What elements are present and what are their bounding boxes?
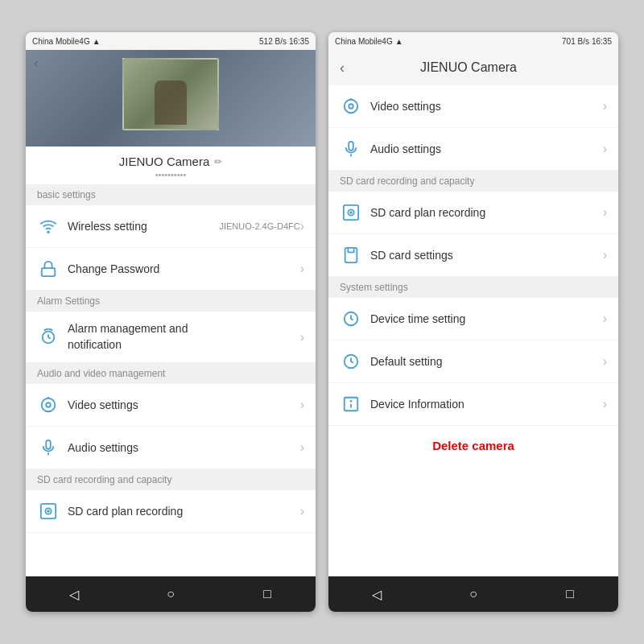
- time-icon: [340, 308, 362, 330]
- section-sd-left: SD card recording and capacity: [26, 469, 316, 490]
- signal-icon: ▲: [93, 37, 101, 46]
- info-icon: [340, 393, 362, 415]
- carrier-right: China Mobile4G: [335, 37, 393, 46]
- section-sd-right: SD card recording and capacity: [328, 171, 618, 192]
- svg-point-13: [345, 100, 358, 114]
- audio-settings-left-label: Audio settings: [68, 441, 300, 454]
- svg-point-5: [42, 398, 56, 412]
- wireless-arrow: ›: [300, 219, 304, 233]
- right-phone: China Mobile4G ▲ 701 B/s 16:35 ‹ JIENUO …: [328, 32, 618, 612]
- default-arrow: ›: [603, 354, 607, 369]
- audio-settings-left-item[interactable]: Audio settings ›: [26, 427, 316, 469]
- sd-plan-arrow-right: ›: [603, 205, 607, 220]
- sd-plan-right-label: SD card plan recording: [370, 206, 603, 219]
- video-icon-right: [340, 95, 362, 118]
- right-scroll-area: Video settings › Audio settings › SD car…: [328, 85, 618, 576]
- status-right-right: 701 B/s 16:35: [562, 37, 612, 46]
- section-alarm-settings: Alarm Settings: [26, 291, 316, 312]
- alarm-arrow: ›: [300, 330, 304, 345]
- camera-preview-left: ‹: [26, 50, 316, 147]
- home-nav-left[interactable]: ○: [155, 578, 187, 610]
- sd-plan-left-item[interactable]: SD card plan recording ›: [26, 490, 316, 533]
- sd-arrow-left: ›: [300, 504, 304, 518]
- delete-camera-button[interactable]: Delete camera: [328, 426, 618, 465]
- alarm-label: Alarm management andnotification: [68, 321, 300, 353]
- alarm-icon: [37, 326, 60, 349]
- sd-settings-arrow: ›: [603, 248, 607, 262]
- sd-plan-icon-right: [340, 201, 362, 224]
- lock-icon: [37, 258, 60, 280]
- sd-settings-label: SD card settings: [370, 249, 603, 262]
- device-information-item[interactable]: Device Information ›: [328, 383, 618, 426]
- left-scroll-area: basic settings Wireless setting JIENUO-2…: [26, 184, 316, 576]
- video-arrow-left: ›: [300, 398, 304, 412]
- video-settings-left-label: Video settings: [68, 398, 300, 411]
- svg-rect-8: [46, 440, 51, 449]
- device-information-label: Device Information: [370, 398, 603, 411]
- default-setting-label: Default setting: [370, 355, 603, 368]
- audio-arrow-right: ›: [603, 142, 607, 156]
- sd-icon-left: [37, 500, 60, 522]
- info-arrow: ›: [603, 397, 607, 411]
- audio-settings-right-item[interactable]: Audio settings ›: [328, 128, 618, 171]
- video-settings-left-item[interactable]: Video settings ›: [26, 384, 316, 427]
- left-phone: China Mobile4G ▲ 512 B/s 16:35 ‹ JIENUO …: [26, 32, 316, 612]
- svg-point-6: [46, 402, 51, 407]
- status-left-right: China Mobile4G ▲: [335, 37, 403, 46]
- wireless-setting-item[interactable]: Wireless setting JIENUO-2.4G-D4FC ›: [26, 205, 316, 248]
- preview-image: [122, 58, 219, 130]
- device-time-label: Device time setting: [370, 312, 603, 325]
- section-system-settings: System settings: [328, 277, 618, 298]
- wifi-icon: [37, 215, 60, 237]
- settings-title: JIENUO Camera: [353, 60, 584, 75]
- video-icon-left: [37, 394, 60, 416]
- time-left: 16:35: [289, 37, 309, 46]
- time-right: 16:35: [592, 37, 612, 46]
- default-setting-item[interactable]: Default setting ›: [328, 341, 618, 383]
- sd-plan-left-label: SD card plan recording: [68, 505, 300, 518]
- change-password-item[interactable]: Change Password ›: [26, 248, 316, 291]
- svg-rect-21: [345, 248, 357, 262]
- back-button-left[interactable]: ‹: [34, 55, 39, 72]
- home-nav-right[interactable]: ○: [457, 578, 489, 610]
- section-basic-settings: basic settings: [26, 184, 316, 205]
- password-arrow: ›: [300, 262, 304, 276]
- status-bar-right: China Mobile4G ▲ 701 B/s 16:35: [328, 32, 618, 50]
- profile-sub: ••••••••••: [155, 170, 187, 180]
- audio-icon-left: [37, 436, 60, 459]
- edit-icon[interactable]: ✏: [214, 156, 222, 167]
- audio-arrow-left: ›: [300, 440, 304, 455]
- audio-icon-right: [340, 138, 362, 160]
- sd-plan-right-item[interactable]: SD card plan recording ›: [328, 192, 618, 234]
- svg-point-12: [47, 510, 49, 512]
- svg-rect-1: [42, 268, 56, 276]
- svg-point-0: [47, 231, 49, 233]
- status-left: China Mobile4G ▲: [32, 37, 101, 46]
- section-av-management: Audio and video management: [26, 363, 316, 384]
- sd-settings-icon: [340, 244, 362, 266]
- speed-left: 512 B/s: [259, 37, 287, 46]
- back-nav-right[interactable]: ◁: [361, 578, 393, 610]
- video-settings-right-item[interactable]: Video settings ›: [328, 85, 618, 128]
- status-right-left: 512 B/s 16:35: [259, 37, 309, 46]
- speed-right: 701 B/s: [562, 37, 589, 46]
- sd-settings-item[interactable]: SD card settings ›: [328, 234, 618, 277]
- svg-point-14: [349, 104, 353, 109]
- alarm-management-item[interactable]: Alarm management andnotification ›: [26, 312, 316, 363]
- time-arrow: ›: [603, 312, 607, 326]
- signal-icon-right: ▲: [395, 37, 403, 46]
- svg-rect-16: [349, 142, 353, 151]
- bottom-nav-right: ◁ ○ □: [328, 576, 618, 612]
- profile-section: JIENUO Camera ✏ ••••••••••: [26, 147, 316, 184]
- video-settings-right-label: Video settings: [370, 100, 603, 113]
- recent-nav-right[interactable]: □: [554, 578, 586, 610]
- profile-name: JIENUO Camera ✏: [119, 155, 223, 168]
- device-time-item[interactable]: Device time setting ›: [328, 298, 618, 341]
- svg-point-20: [350, 212, 352, 213]
- change-password-label: Change Password: [68, 262, 300, 275]
- back-nav-left[interactable]: ◁: [58, 578, 90, 610]
- video-arrow-right: ›: [603, 99, 607, 114]
- recent-nav-left[interactable]: □: [251, 578, 283, 610]
- wireless-label: Wireless setting: [68, 220, 214, 233]
- back-button-right[interactable]: ‹: [340, 60, 345, 76]
